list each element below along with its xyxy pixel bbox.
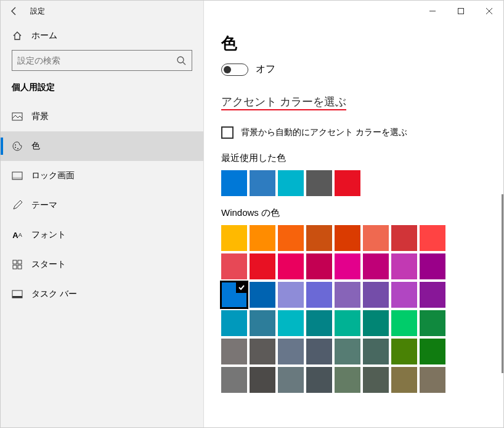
minimize-button[interactable] [418,1,447,22]
windows-color-swatch[interactable] [420,367,445,393]
svg-point-4 [17,148,18,149]
windows-color-swatch[interactable] [278,339,304,364]
nav-background[interactable]: 背景 [1,102,203,131]
windows-color-swatch[interactable] [306,310,332,336]
nav-lockscreen[interactable]: ロック画面 [1,161,203,191]
nav-label: フォント [31,229,66,241]
windows-color-swatch[interactable] [278,253,304,279]
windows-color-swatch[interactable] [363,282,389,308]
windows-color-swatch[interactable] [306,253,332,279]
windows-color-swatch[interactable] [221,339,247,364]
windows-color-swatch[interactable] [250,253,275,279]
recent-color-swatch[interactable] [221,170,247,196]
home-link[interactable]: ホーム [1,22,203,50]
windows-color-swatch[interactable] [335,253,360,279]
back-button[interactable] [1,1,28,22]
windows-color-swatch[interactable] [363,253,389,279]
windows-color-swatch[interactable] [221,225,247,251]
windows-color-swatch[interactable] [306,339,332,364]
windows-color-swatch[interactable] [306,282,332,308]
palette-icon [12,141,23,152]
svg-point-2 [15,144,16,146]
svg-rect-10 [18,265,22,269]
nav-label: タスク バー [31,289,77,300]
window-controls [204,1,503,22]
home-icon [12,30,23,41]
windows-color-swatch[interactable] [250,225,275,251]
windows-color-swatch[interactable] [221,253,247,279]
windows-color-swatch[interactable] [420,310,445,336]
windows-color-swatch[interactable] [278,367,304,393]
section-title: 個人用設定 [1,82,203,102]
windows-color-swatch[interactable] [221,367,247,393]
windows-color-swatch[interactable] [420,253,445,279]
windows-color-swatch[interactable] [250,367,275,393]
settings-sidebar: 設定 ホーム 個人用設定 背景 色 ロック画面 [1,1,204,427]
svg-rect-13 [458,9,464,14]
svg-rect-7 [13,260,17,264]
windows-colors-label: Windows の色 [221,207,486,219]
windows-color-swatch[interactable] [250,310,275,336]
windows-color-swatch[interactable] [391,339,417,364]
windows-color-swatch[interactable] [335,225,360,251]
svg-rect-9 [13,265,17,269]
nav-start[interactable]: スタート [1,250,203,279]
windows-color-swatch[interactable] [363,367,389,393]
search-box[interactable] [12,50,192,71]
lockscreen-icon [12,170,23,181]
windows-color-swatch[interactable] [363,339,389,364]
windows-color-swatch[interactable] [335,310,360,336]
windows-color-swatch[interactable] [221,310,247,336]
transparency-toggle[interactable] [221,64,248,76]
brush-icon [12,200,23,211]
content-pane: 色 オフ アクセント カラーを選ぶ 背景から自動的にアクセント カラーを選ぶ 最… [204,1,503,427]
recent-color-swatch[interactable] [306,170,332,196]
recent-color-swatch[interactable] [278,170,304,196]
windows-color-swatch[interactable] [306,367,332,393]
recent-color-swatch[interactable] [250,170,275,196]
recent-colors-row [221,170,486,196]
scrollbar[interactable] [502,194,503,373]
nav-fonts[interactable]: AA フォント [1,220,203,250]
search-input[interactable] [17,56,176,65]
windows-color-swatch[interactable] [391,367,417,393]
svg-point-3 [15,147,16,148]
recent-color-swatch[interactable] [335,170,360,196]
nav-label: テーマ [31,200,57,211]
picture-icon [12,111,23,122]
nav-colors[interactable]: 色 [1,131,203,161]
windows-color-swatch[interactable] [391,225,417,251]
nav-taskbar[interactable]: タスク バー [1,279,203,309]
windows-color-swatch[interactable] [250,339,275,364]
windows-color-swatch[interactable] [278,310,304,336]
check-icon [236,282,247,293]
windows-color-swatch[interactable] [363,310,389,336]
windows-color-swatch[interactable] [335,282,360,308]
close-button[interactable] [475,1,503,22]
maximize-button[interactable] [447,1,475,22]
page-title: 色 [221,33,486,54]
windows-color-swatch[interactable] [363,225,389,251]
windows-color-swatch[interactable] [335,339,360,364]
windows-color-swatch[interactable] [306,225,332,251]
windows-color-swatch[interactable] [391,310,417,336]
nav-label: スタート [31,259,66,270]
windows-color-swatch[interactable] [250,282,275,308]
windows-color-swatch[interactable] [420,282,445,308]
windows-color-swatch[interactable] [420,339,445,364]
font-icon: AA [12,229,23,241]
recent-colors-label: 最近使用した色 [221,152,486,164]
search-icon [176,55,187,66]
accent-heading: アクセント カラーを選ぶ [221,94,346,110]
nav-themes[interactable]: テーマ [1,191,203,220]
svg-point-0 [177,57,184,63]
auto-accent-checkbox[interactable] [221,126,234,139]
windows-color-swatch[interactable] [221,282,247,308]
windows-color-swatch[interactable] [278,282,304,308]
windows-color-swatch[interactable] [391,253,417,279]
windows-color-swatch[interactable] [420,225,445,251]
windows-color-swatch[interactable] [391,282,417,308]
windows-color-swatch[interactable] [278,225,304,251]
checkbox-label: 背景から自動的にアクセント カラーを選ぶ [241,127,407,138]
windows-color-swatch[interactable] [335,367,360,393]
